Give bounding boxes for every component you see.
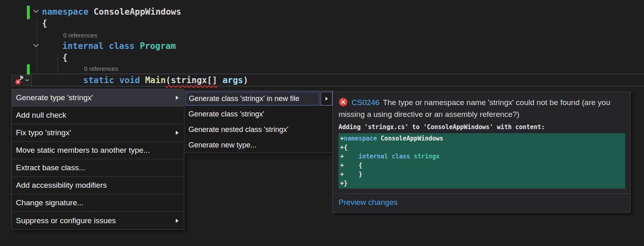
submenu-item-label: Generate nested class 'stringx' [188, 125, 288, 134]
codelens-references[interactable]: 0 references [63, 32, 97, 39]
menu-item-label: Suppress or configure issues [16, 216, 171, 225]
fold-chevron-icon[interactable] [33, 44, 39, 48]
menu-item-label: Fix typo 'stringx' [16, 128, 171, 137]
keyword-static-void: static void [83, 75, 140, 85]
menu-item-change-signature[interactable]: Change signature... [12, 194, 184, 212]
submenu-item-generate-nested-class[interactable]: Generate nested class 'stringx' [184, 122, 334, 137]
diff-line: + internal class stringx [340, 152, 624, 161]
submenu-arrow-icon [175, 130, 179, 135]
submenu-item-label: Generate new type... [188, 141, 257, 149]
error-icon [339, 97, 348, 107]
error-code-link[interactable]: CS0246 [352, 98, 380, 107]
fold-chevron-icon[interactable] [33, 9, 39, 13]
open-brace: { [42, 18, 47, 28]
submenu-arrow-icon [175, 95, 179, 100]
selected-submenu-label-box: Generate class 'stringx' in new file [185, 92, 319, 105]
change-bar [27, 64, 30, 75]
dropdown-caret-icon [25, 79, 29, 81]
menu-item-add-null-check[interactable]: Add null check [12, 107, 184, 124]
diff-header: Adding 'stringx.cs' to 'ConsoleAppWindow… [333, 123, 630, 132]
indent-guide [58, 55, 58, 72]
diff-added-block: +namespace ConsoleAppWindows +{ + intern… [339, 133, 625, 189]
namespace-identifier: ConsoleAppWindows [89, 7, 181, 17]
submenu-item-generate-new-type[interactable]: Generate new type... [184, 137, 334, 153]
preview-changes-link[interactable]: Preview changes [339, 198, 398, 206]
diff-line: +namespace ConsoleAppWindows [340, 134, 624, 143]
preview-flyout-button[interactable] [321, 92, 332, 105]
menu-item-suppress-configure-issues[interactable]: Suppress or configure issues [12, 212, 184, 229]
code-line-open-brace[interactable]: { [42, 18, 47, 29]
keyword-internal-class: internal class [62, 41, 135, 51]
class-identifier: Program [135, 41, 176, 51]
menu-item-label: Extract base class... [16, 163, 179, 172]
menu-item-fix-typo[interactable]: Fix typo 'stringx' [12, 124, 184, 142]
submenu-item-generate-class-new-file[interactable]: Generate class 'stringx' in new file [184, 91, 334, 106]
preview-changes-row: Preview changes [333, 193, 630, 212]
parameter-args: args [217, 75, 243, 85]
submenu-item-label: Generate class 'stringx' [188, 110, 264, 119]
code-line-open-brace[interactable]: { [62, 52, 68, 63]
close-paren: ) [243, 75, 248, 85]
quick-actions-context-menu: Generate type 'stringx' Add null check F… [11, 89, 184, 230]
change-bar [27, 6, 30, 19]
submenu-item-generate-class[interactable]: Generate class 'stringx' [184, 106, 334, 122]
menu-item-label: Add accessibility modifiers [16, 181, 179, 190]
error-preview-panel: CS0246The type or namespace name 'string… [332, 92, 631, 213]
code-line-main-method[interactable]: static void Main(stringx[] args) [83, 75, 248, 86]
flyout-arrow-icon [325, 97, 328, 101]
submenu-item-label: Generate class 'stringx' in new file [189, 94, 299, 103]
error-token-stringx: (stringx[] [166, 75, 217, 85]
method-identifier: Main [140, 75, 166, 85]
indent-guide [37, 20, 37, 72]
menu-item-label: Move static members to another type... [16, 146, 179, 155]
codelens-references[interactable]: 0 references [84, 65, 118, 72]
menu-item-generate-type[interactable]: Generate type 'stringx' [12, 89, 184, 107]
open-brace: { [62, 53, 68, 62]
quick-actions-button[interactable] [11, 75, 32, 86]
diff-line: + } [340, 170, 624, 179]
menu-item-add-accessibility-modifiers[interactable]: Add accessibility modifiers [12, 177, 184, 194]
menu-item-label: Generate type 'stringx' [16, 93, 171, 102]
diff-line: +{ [340, 143, 624, 152]
generate-type-submenu: Generate class 'stringx' in new file Gen… [184, 90, 334, 153]
menu-item-move-static-members[interactable]: Move static members to another type... [12, 142, 184, 159]
diff-line: +} [340, 179, 624, 188]
error-message-row: CS0246The type or namespace name 'string… [333, 92, 630, 123]
submenu-arrow-icon [175, 218, 179, 223]
diff-line: + { [340, 161, 624, 170]
menu-item-label: Change signature... [16, 198, 179, 207]
menu-item-label: Add null check [16, 111, 179, 120]
screwdriver-error-icon [15, 76, 24, 85]
keyword-namespace: namespace [42, 7, 89, 17]
code-line-class[interactable]: internal class Program [62, 41, 176, 51]
menu-item-extract-base-class[interactable]: Extract base class... [12, 159, 184, 177]
code-line-namespace[interactable]: namespace ConsoleAppWindows [42, 7, 181, 17]
vs-editor-screen: namespace ConsoleAppWindows { 0 referenc… [0, 0, 644, 246]
